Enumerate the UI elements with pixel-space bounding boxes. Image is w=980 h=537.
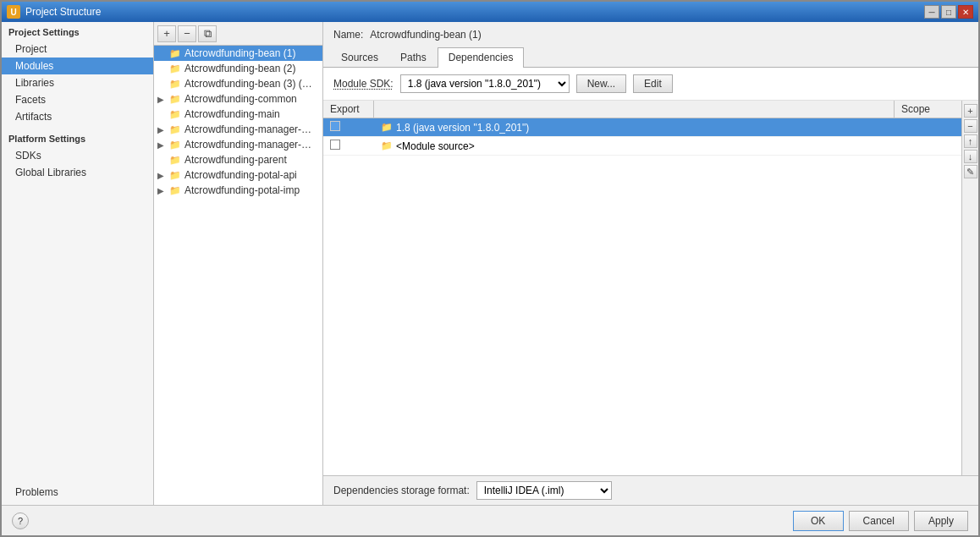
module-item-label: Atcrowdfunding-manager-… (184, 139, 311, 151)
module-item[interactable]: 📁 Atcrowdfunding-bean (2) (154, 61, 322, 76)
col-scope: Scope (894, 101, 961, 118)
expand-arrow: ▶ (157, 95, 169, 104)
module-item-label: Atcrowdfunding-manager-… (184, 123, 311, 135)
dep-move-up-button[interactable]: ↑ (964, 134, 977, 148)
project-structure-dialog: U Project Structure ─ □ ✕ Project Settin… (0, 0, 980, 537)
sidebar-item-libraries[interactable]: Libraries (2, 74, 153, 91)
dependencies-section: Export Scope 📁 1.8 (java version "1.8 (323, 101, 978, 475)
folder-icon: 📁 (169, 63, 181, 74)
minimize-button[interactable]: ─ (924, 5, 939, 19)
module-item[interactable]: ▶ 📁 Atcrowdfunding-potal-imp (154, 183, 322, 198)
project-settings-header: Project Settings (2, 22, 153, 41)
bottom-area: Dependencies storage format: IntelliJ ID… (323, 475, 978, 505)
module-item-label: Atcrowdfunding-common (184, 93, 297, 105)
sidebar: Project Settings Project Modules Librari… (2, 22, 154, 505)
module-item-label: Atcrowdfunding-bean (2) (184, 63, 295, 74)
export-checkbox[interactable] (330, 121, 340, 131)
sdk-new-button[interactable]: New... (576, 74, 626, 93)
remove-module-button[interactable]: − (178, 25, 196, 42)
module-panel: + − ⧉ 📁 Atcrowdfunding-bean (1) 📁 Atcrow… (154, 22, 323, 505)
col-export: Export (323, 101, 374, 118)
tab-dependencies[interactable]: Dependencies (438, 47, 525, 68)
module-toolbar: + − ⧉ (154, 22, 322, 46)
sdk-row: Module SDK: 1.8 (java version "1.8.0_201… (323, 68, 978, 101)
window-title: Project Structure (25, 6, 101, 18)
sidebar-item-sdks[interactable]: SDKs (2, 147, 153, 164)
maximize-button[interactable]: □ (941, 5, 956, 19)
dep-folder-icon: 📁 (381, 122, 393, 133)
module-item[interactable]: 📁 Atcrowdfunding-bean (3) (… (154, 76, 322, 91)
col-name (374, 101, 894, 118)
module-item[interactable]: ▶ 📁 Atcrowdfunding-potal-api (154, 167, 322, 183)
dep-remove-button[interactable]: − (964, 119, 977, 133)
dep-name-cell: 📁 1.8 (java version "1.8.0_201") (374, 119, 894, 136)
sidebar-item-global-libraries[interactable]: Global Libraries (2, 164, 153, 181)
storage-format-select[interactable]: IntelliJ IDEA (.iml) (476, 481, 612, 500)
cancel-button[interactable]: Cancel (849, 511, 909, 531)
dep-move-down-button[interactable]: ↓ (964, 150, 977, 163)
expand-arrow: ▶ (157, 186, 169, 195)
module-item-label: Atcrowdfunding-main (184, 108, 280, 120)
module-item[interactable]: 📁 Atcrowdfunding-main (154, 107, 322, 122)
module-item-label: Atcrowdfunding-bean (1) (184, 47, 295, 59)
sidebar-item-artifacts[interactable]: Artifacts (2, 108, 153, 125)
name-label: Name: (333, 29, 363, 41)
dep-scope-cell (894, 125, 961, 130)
dep-edit-button[interactable]: ✎ (964, 165, 977, 178)
title-bar-left: U Project Structure (7, 5, 101, 19)
expand-arrow (157, 156, 169, 165)
sdk-edit-button[interactable]: Edit (633, 74, 673, 93)
module-item[interactable]: ▶ 📁 Atcrowdfunding-common (154, 91, 322, 107)
dep-export-cell (323, 137, 374, 155)
main-content: Project Settings Project Modules Librari… (2, 22, 978, 505)
app-icon: U (7, 5, 20, 19)
export-checkbox[interactable] (330, 140, 340, 150)
folder-icon: 📁 (169, 109, 181, 120)
name-row: Name: Atcrowdfunding-bean (1) (323, 22, 978, 47)
expand-arrow (157, 49, 169, 58)
expand-arrow: ▶ (157, 140, 169, 150)
sidebar-item-facets[interactable]: Facets (2, 91, 153, 108)
sdk-select[interactable]: 1.8 (java version "1.8.0_201") (400, 74, 570, 93)
module-item[interactable]: ▶ 📁 Atcrowdfunding-manager-… (154, 137, 322, 152)
module-item-label: Atcrowdfunding-potal-api (184, 169, 297, 181)
dep-row[interactable]: 📁 <Module source> (323, 137, 961, 156)
dep-export-cell (323, 118, 374, 136)
copy-module-button[interactable]: ⧉ (198, 25, 217, 42)
title-bar: U Project Structure ─ □ ✕ (2, 2, 978, 22)
dep-table-header: Export Scope (323, 101, 961, 118)
dep-scope-cell (894, 144, 961, 149)
expand-arrow (157, 79, 169, 89)
tab-content-dependencies: Module SDK: 1.8 (java version "1.8.0_201… (323, 68, 978, 505)
dep-name-cell: 📁 <Module source> (374, 138, 894, 155)
sidebar-item-problems[interactable]: Problems (2, 484, 153, 505)
add-module-button[interactable]: + (157, 25, 176, 42)
sidebar-item-project[interactable]: Project (2, 41, 153, 58)
tab-paths[interactable]: Paths (389, 47, 438, 67)
expand-arrow (157, 110, 169, 119)
folder-icon: 📁 (169, 185, 181, 196)
module-item[interactable]: ▶ 📁 Atcrowdfunding-manager-… (154, 122, 322, 137)
help-button[interactable]: ? (12, 512, 29, 529)
ok-button[interactable]: OK (793, 511, 844, 531)
close-button[interactable]: ✕ (958, 5, 973, 19)
storage-format-label: Dependencies storage format: (333, 485, 470, 496)
folder-icon: 📁 (169, 140, 181, 151)
module-list: 📁 Atcrowdfunding-bean (1) 📁 Atcrowdfundi… (154, 46, 322, 505)
module-name-value: Atcrowdfunding-bean (1) (370, 29, 481, 41)
apply-button[interactable]: Apply (914, 511, 968, 531)
dep-add-button[interactable]: + (964, 104, 977, 118)
tab-sources[interactable]: Sources (330, 47, 389, 67)
module-item[interactable]: 📁 Atcrowdfunding-bean (1) (154, 46, 322, 61)
platform-settings-header: Platform Settings (2, 125, 153, 147)
dep-row[interactable]: 📁 1.8 (java version "1.8.0_201") (323, 118, 961, 137)
expand-arrow: ▶ (157, 125, 169, 134)
main-area: Name: Atcrowdfunding-bean (1) Sources Pa… (323, 22, 978, 505)
folder-icon: 📁 (169, 170, 181, 181)
folder-icon: 📁 (169, 155, 181, 166)
module-item-label: Atcrowdfunding-bean (3) (… (184, 78, 312, 90)
module-item[interactable]: 📁 Atcrowdfunding-parent (154, 152, 322, 167)
dep-action-bar: + − ↑ ↓ ✎ (961, 101, 978, 475)
module-item-label: Atcrowdfunding-parent (184, 154, 287, 166)
sidebar-item-modules[interactable]: Modules (2, 58, 153, 74)
